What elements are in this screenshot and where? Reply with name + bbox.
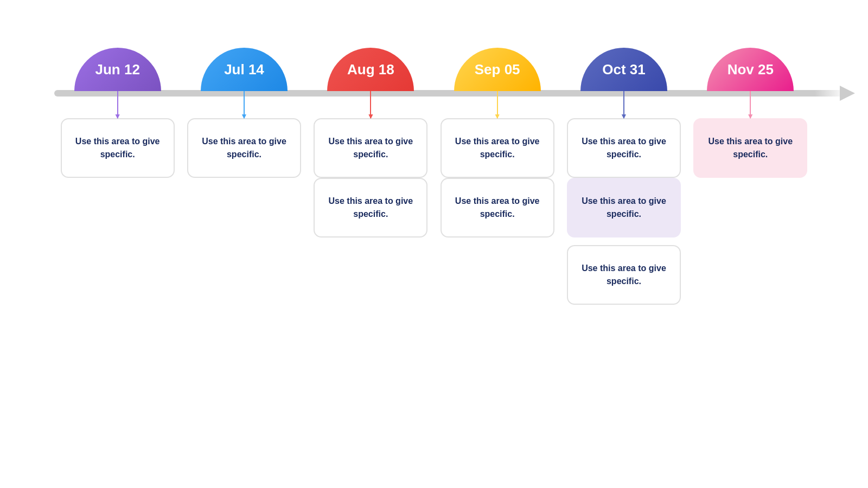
timeline-container: Jun 12Use this area to give specific.Jul… <box>22 48 846 178</box>
card-column-nov25 <box>687 178 814 305</box>
card-sep05-1: Use this area to give specific. <box>441 178 554 237</box>
event-column-jun12: Jun 12Use this area to give specific. <box>54 48 181 178</box>
date-bubble-oct31: Oct 31 <box>580 48 667 91</box>
connector-aug18 <box>370 91 371 118</box>
card-oct31-0: Use this area to give specific. <box>567 118 681 178</box>
connector-nov25 <box>750 91 751 118</box>
event-column-aug18: Aug 18Use this area to give specific. <box>308 48 434 178</box>
card-column-aug18: Use this area to give specific. <box>308 178 434 305</box>
card-column-sep05: Use this area to give specific. <box>434 178 560 305</box>
cards-area: Use this area to give specific.Use this … <box>22 178 846 305</box>
connector-jul14 <box>244 91 245 118</box>
date-bubble-sep05: Sep 05 <box>454 48 541 91</box>
card-jul14-0: Use this area to give specific. <box>187 118 301 178</box>
events-row: Jun 12Use this area to give specific.Jul… <box>22 48 846 178</box>
date-bubble-jul14: Jul 14 <box>201 48 288 91</box>
card-jun12-0: Use this area to give specific. <box>61 118 175 178</box>
card-oct31-1: Use this area to give specific. <box>567 178 681 237</box>
card-aug18-0: Use this area to give specific. <box>314 118 427 178</box>
date-bubble-nov25: Nov 25 <box>707 48 794 91</box>
date-bubble-aug18: Aug 18 <box>327 48 414 91</box>
card-column-oct31: Use this area to give specific.Use this … <box>560 178 687 305</box>
card-oct31-2: Use this area to give specific. <box>567 245 681 305</box>
card-column-jun12 <box>54 178 181 305</box>
card-nov25-0: Use this area to give specific. <box>693 118 807 178</box>
connector-oct31 <box>623 91 624 118</box>
connector-sep05 <box>497 91 498 118</box>
card-aug18-1: Use this area to give specific. <box>314 178 427 237</box>
card-column-jul14 <box>181 178 307 305</box>
event-column-nov25: Nov 25Use this area to give specific. <box>687 48 814 178</box>
event-column-sep05: Sep 05Use this area to give specific. <box>434 48 560 178</box>
connector-jun12 <box>117 91 118 118</box>
event-column-oct31: Oct 31Use this area to give specific. <box>560 48 687 178</box>
card-sep05-0: Use this area to give specific. <box>441 118 554 178</box>
date-bubble-jun12: Jun 12 <box>74 48 161 91</box>
event-column-jul14: Jul 14Use this area to give specific. <box>181 48 307 178</box>
